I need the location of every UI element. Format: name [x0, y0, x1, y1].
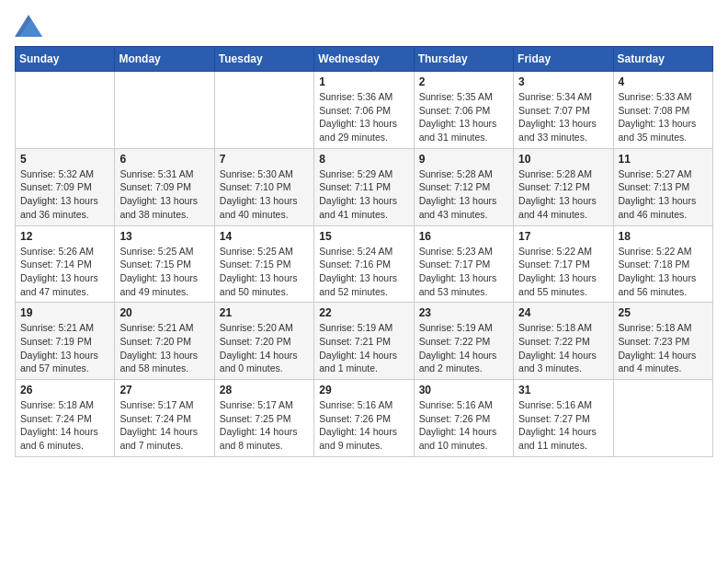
- day-info: Sunrise: 5:16 AM Sunset: 7:27 PM Dayligh…: [518, 398, 608, 453]
- day-number: 23: [419, 306, 508, 319]
- calendar-cell: 11Sunrise: 5:27 AM Sunset: 7:13 PM Dayli…: [613, 148, 712, 225]
- day-number: 2: [419, 75, 508, 88]
- day-info: Sunrise: 5:17 AM Sunset: 7:25 PM Dayligh…: [220, 398, 309, 453]
- calendar-cell: 9Sunrise: 5:28 AM Sunset: 7:12 PM Daylig…: [414, 148, 513, 225]
- day-of-week-header: Friday: [514, 47, 613, 72]
- day-number: 19: [20, 306, 109, 319]
- day-info: Sunrise: 5:25 AM Sunset: 7:15 PM Dayligh…: [119, 245, 209, 299]
- day-number: 28: [220, 384, 309, 396]
- calendar-cell: 28Sunrise: 5:17 AM Sunset: 7:25 PM Dayli…: [214, 380, 313, 457]
- day-info: Sunrise: 5:36 AM Sunset: 7:06 PM Dayligh…: [319, 90, 408, 144]
- calendar-cell: 26Sunrise: 5:18 AM Sunset: 7:24 PM Dayli…: [16, 380, 115, 457]
- page-header: [15, 15, 713, 37]
- day-number: 17: [518, 230, 608, 243]
- logo-icon: [15, 15, 42, 37]
- calendar-cell: 19Sunrise: 5:21 AM Sunset: 7:19 PM Dayli…: [16, 303, 115, 380]
- day-of-week-header: Thursday: [414, 47, 513, 72]
- day-number: 13: [119, 230, 209, 243]
- calendar-cell: 22Sunrise: 5:19 AM Sunset: 7:21 PM Dayli…: [314, 303, 414, 380]
- calendar-cell: 20Sunrise: 5:21 AM Sunset: 7:20 PM Dayli…: [115, 303, 214, 380]
- day-info: Sunrise: 5:19 AM Sunset: 7:21 PM Dayligh…: [319, 321, 408, 375]
- day-number: 15: [319, 230, 408, 243]
- calendar-cell: [214, 72, 313, 149]
- calendar-cell: [16, 72, 115, 149]
- day-info: Sunrise: 5:33 AM Sunset: 7:08 PM Dayligh…: [619, 90, 708, 144]
- calendar-cell: 7Sunrise: 5:30 AM Sunset: 7:10 PM Daylig…: [214, 148, 313, 225]
- day-number: 12: [20, 230, 109, 243]
- day-info: Sunrise: 5:34 AM Sunset: 7:07 PM Dayligh…: [518, 90, 608, 144]
- calendar-cell: [613, 380, 712, 457]
- day-info: Sunrise: 5:22 AM Sunset: 7:18 PM Dayligh…: [619, 245, 708, 299]
- day-info: Sunrise: 5:22 AM Sunset: 7:17 PM Dayligh…: [518, 245, 608, 299]
- calendar-cell: 1Sunrise: 5:36 AM Sunset: 7:06 PM Daylig…: [314, 72, 414, 149]
- day-number: 18: [619, 230, 708, 243]
- day-of-week-header: Sunday: [16, 47, 115, 72]
- day-number: 21: [220, 306, 309, 319]
- calendar-week-row: 26Sunrise: 5:18 AM Sunset: 7:24 PM Dayli…: [16, 380, 713, 457]
- calendar-cell: 25Sunrise: 5:18 AM Sunset: 7:23 PM Dayli…: [613, 303, 712, 380]
- calendar-cell: [115, 72, 214, 149]
- day-number: 27: [119, 384, 209, 396]
- day-info: Sunrise: 5:24 AM Sunset: 7:16 PM Dayligh…: [319, 245, 408, 299]
- calendar-cell: 3Sunrise: 5:34 AM Sunset: 7:07 PM Daylig…: [514, 72, 613, 149]
- day-number: 30: [419, 384, 508, 396]
- day-number: 22: [319, 306, 408, 319]
- day-info: Sunrise: 5:21 AM Sunset: 7:19 PM Dayligh…: [20, 321, 109, 375]
- calendar-cell: 31Sunrise: 5:16 AM Sunset: 7:27 PM Dayli…: [514, 380, 613, 457]
- calendar-cell: 6Sunrise: 5:31 AM Sunset: 7:09 PM Daylig…: [115, 148, 214, 225]
- day-info: Sunrise: 5:27 AM Sunset: 7:13 PM Dayligh…: [619, 167, 708, 222]
- calendar-week-row: 19Sunrise: 5:21 AM Sunset: 7:19 PM Dayli…: [16, 303, 713, 380]
- day-number: 29: [319, 384, 408, 396]
- calendar-cell: 27Sunrise: 5:17 AM Sunset: 7:24 PM Dayli…: [115, 380, 214, 457]
- calendar-week-row: 5Sunrise: 5:32 AM Sunset: 7:09 PM Daylig…: [16, 148, 713, 225]
- day-info: Sunrise: 5:18 AM Sunset: 7:23 PM Dayligh…: [619, 321, 708, 375]
- day-number: 9: [419, 153, 508, 166]
- day-info: Sunrise: 5:28 AM Sunset: 7:12 PM Dayligh…: [419, 167, 508, 222]
- calendar-cell: 5Sunrise: 5:32 AM Sunset: 7:09 PM Daylig…: [16, 148, 115, 225]
- day-number: 11: [619, 153, 708, 166]
- calendar-week-row: 12Sunrise: 5:26 AM Sunset: 7:14 PM Dayli…: [16, 225, 713, 303]
- calendar-cell: 16Sunrise: 5:23 AM Sunset: 7:17 PM Dayli…: [414, 225, 513, 303]
- day-info: Sunrise: 5:16 AM Sunset: 7:26 PM Dayligh…: [319, 398, 408, 453]
- calendar-cell: 2Sunrise: 5:35 AM Sunset: 7:06 PM Daylig…: [414, 72, 513, 149]
- day-info: Sunrise: 5:26 AM Sunset: 7:14 PM Dayligh…: [20, 245, 109, 299]
- day-info: Sunrise: 5:17 AM Sunset: 7:24 PM Dayligh…: [119, 398, 209, 453]
- calendar-cell: 18Sunrise: 5:22 AM Sunset: 7:18 PM Dayli…: [613, 225, 712, 303]
- calendar-cell: 8Sunrise: 5:29 AM Sunset: 7:11 PM Daylig…: [314, 148, 414, 225]
- calendar-cell: 30Sunrise: 5:16 AM Sunset: 7:26 PM Dayli…: [414, 380, 513, 457]
- day-info: Sunrise: 5:19 AM Sunset: 7:22 PM Dayligh…: [419, 321, 508, 375]
- day-info: Sunrise: 5:21 AM Sunset: 7:20 PM Dayligh…: [119, 321, 209, 375]
- calendar-week-row: 1Sunrise: 5:36 AM Sunset: 7:06 PM Daylig…: [16, 72, 713, 149]
- day-number: 4: [619, 75, 708, 88]
- day-info: Sunrise: 5:31 AM Sunset: 7:09 PM Dayligh…: [119, 167, 209, 222]
- calendar-cell: 23Sunrise: 5:19 AM Sunset: 7:22 PM Dayli…: [414, 303, 513, 380]
- day-of-week-header: Wednesday: [314, 47, 414, 72]
- logo: [15, 15, 46, 37]
- day-info: Sunrise: 5:29 AM Sunset: 7:11 PM Dayligh…: [319, 167, 408, 222]
- day-info: Sunrise: 5:23 AM Sunset: 7:17 PM Dayligh…: [419, 245, 508, 299]
- day-info: Sunrise: 5:20 AM Sunset: 7:20 PM Dayligh…: [220, 321, 309, 375]
- calendar-header-row: SundayMondayTuesdayWednesdayThursdayFrid…: [16, 47, 713, 72]
- day-number: 10: [518, 153, 608, 166]
- day-number: 26: [20, 384, 109, 396]
- day-info: Sunrise: 5:25 AM Sunset: 7:15 PM Dayligh…: [220, 245, 309, 299]
- day-number: 8: [319, 153, 408, 166]
- calendar-cell: 17Sunrise: 5:22 AM Sunset: 7:17 PM Dayli…: [514, 225, 613, 303]
- day-info: Sunrise: 5:32 AM Sunset: 7:09 PM Dayligh…: [20, 167, 109, 222]
- calendar-cell: 24Sunrise: 5:18 AM Sunset: 7:22 PM Dayli…: [514, 303, 613, 380]
- day-info: Sunrise: 5:18 AM Sunset: 7:22 PM Dayligh…: [518, 321, 608, 375]
- day-info: Sunrise: 5:16 AM Sunset: 7:26 PM Dayligh…: [419, 398, 508, 453]
- calendar-cell: 14Sunrise: 5:25 AM Sunset: 7:15 PM Dayli…: [214, 225, 313, 303]
- calendar-cell: 15Sunrise: 5:24 AM Sunset: 7:16 PM Dayli…: [314, 225, 414, 303]
- calendar-cell: 12Sunrise: 5:26 AM Sunset: 7:14 PM Dayli…: [16, 225, 115, 303]
- day-number: 5: [20, 153, 109, 166]
- day-info: Sunrise: 5:28 AM Sunset: 7:12 PM Dayligh…: [518, 167, 608, 222]
- calendar-cell: 21Sunrise: 5:20 AM Sunset: 7:20 PM Dayli…: [214, 303, 313, 380]
- day-number: 20: [119, 306, 209, 319]
- day-number: 1: [319, 75, 408, 88]
- calendar-cell: 13Sunrise: 5:25 AM Sunset: 7:15 PM Dayli…: [115, 225, 214, 303]
- day-number: 16: [419, 230, 508, 243]
- calendar-cell: 29Sunrise: 5:16 AM Sunset: 7:26 PM Dayli…: [314, 380, 414, 457]
- day-number: 14: [220, 230, 309, 243]
- calendar-cell: 4Sunrise: 5:33 AM Sunset: 7:08 PM Daylig…: [613, 72, 712, 149]
